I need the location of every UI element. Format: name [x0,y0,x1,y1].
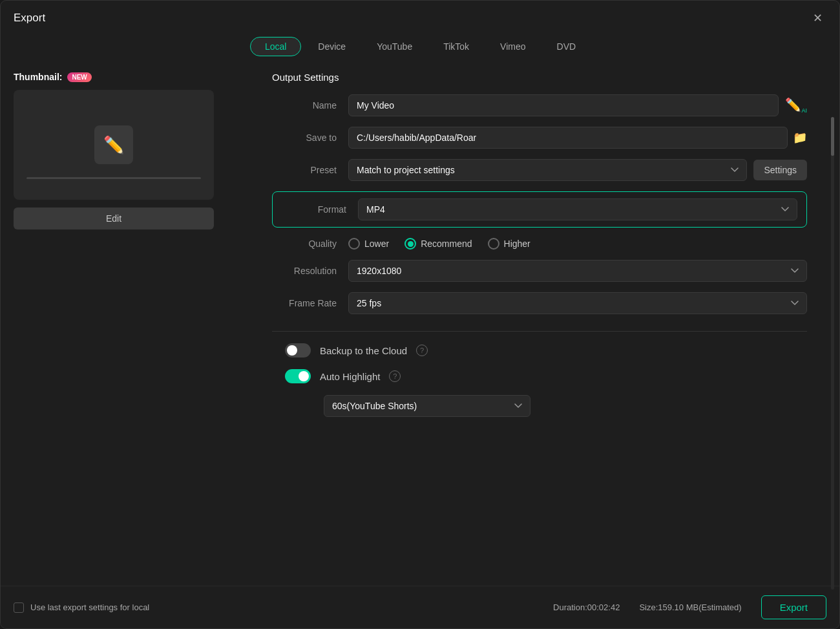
quality-lower-label: Lower [364,239,389,249]
last-export-label: Use last export settings for local [30,602,149,612]
quality-row: Quality Lower Recommend Higher [272,238,807,250]
save-to-input[interactable] [348,127,788,149]
name-label: Name [272,100,337,111]
close-button[interactable]: ✕ [809,11,826,25]
save-to-row: Save to 📁 [272,127,807,149]
scrollbar-thumb[interactable] [831,117,834,156]
size-text: Size:159.10 MB(Estimated) [639,602,741,612]
tab-device[interactable]: Device [304,37,360,56]
tab-vimeo[interactable]: Vimeo [486,37,540,56]
left-panel: Thumbnail: NEW ✏️ Edit [14,65,253,586]
new-badge: NEW [67,72,91,82]
name-input[interactable] [348,94,779,116]
backup-cloud-help-icon[interactable]: ? [416,345,428,356]
quality-higher-label: Higher [504,239,530,249]
quality-higher-radio[interactable] [488,238,499,250]
quality-recommend[interactable]: Recommend [404,238,472,250]
auto-highlight-toggle[interactable] [285,369,311,383]
format-label: Format [282,204,346,215]
bottom-right: Duration:00:02:42 Size:159.10 MB(Estimat… [553,595,826,619]
quality-lower[interactable]: Lower [348,238,389,250]
save-to-input-row: 📁 [348,127,807,149]
tab-local[interactable]: Local [250,37,301,56]
resolution-label: Resolution [272,266,337,276]
bottom-left: Use last export settings for local [14,602,149,613]
backup-cloud-row: Backup to the Cloud ? [272,343,807,357]
tab-tiktok[interactable]: TikTok [429,37,483,56]
quality-higher[interactable]: Higher [488,238,530,250]
name-input-row: ✏️AI [348,94,807,116]
format-box: Format MP4 MOV AVI MKV [272,191,807,228]
duration-select[interactable]: 60s(YouTube Shorts) 30s 90s [324,395,530,417]
duration-text: Duration:00:02:42 [553,602,620,612]
thumbnail-preview: ✏️ [14,90,214,200]
format-select[interactable]: MP4 MOV AVI MKV [358,198,797,220]
frame-rate-row: Frame Rate 25 fps 24 fps 30 fps 60 fps [272,292,807,314]
quality-recommend-dot [408,241,414,247]
resolution-row: Resolution 1920x1080 1280x720 3840x2160 [272,260,807,282]
save-to-label: Save to [272,133,337,143]
name-row: Name ✏️AI [272,94,807,116]
thumbnail-edit-icon: ✏️ [94,125,133,164]
quality-radio-group: Lower Recommend Higher [348,238,530,250]
right-panel: Output Settings Name ✏️AI Save to 📁 Pr [272,65,826,586]
edit-button[interactable]: Edit [14,208,214,229]
preset-row: Preset Match to project settings Setting… [272,159,807,181]
export-dialog: Export ✕ Local Device YouTube TikTok Vim… [0,0,840,629]
bottom-bar: Use last export settings for local Durat… [1,586,839,628]
export-button[interactable]: Export [761,595,826,619]
quality-label: Quality [272,239,337,249]
ai-icon[interactable]: ✏️AI [785,97,807,114]
tabs-row: Local Device YouTube TikTok Vimeo DVD [1,32,839,65]
backup-cloud-knob [287,345,297,356]
frame-rate-select[interactable]: 25 fps 24 fps 30 fps 60 fps [348,292,807,314]
quality-recommend-label: Recommend [421,239,472,249]
resolution-select[interactable]: 1920x1080 1280x720 3840x2160 [348,260,807,282]
auto-highlight-label: Auto Highlight [320,371,380,382]
tab-youtube[interactable]: YouTube [362,37,426,56]
auto-highlight-help-icon[interactable]: ? [389,370,401,382]
auto-highlight-row: Auto Highlight ? [272,369,807,383]
backup-cloud-label: Backup to the Cloud [320,345,407,356]
quality-recommend-radio[interactable] [404,238,416,250]
quality-lower-radio[interactable] [348,238,360,250]
duration-dropdown-row: 60s(YouTube Shorts) 30s 90s [272,395,807,417]
preset-input-row: Match to project settings Settings [348,159,807,181]
preset-select[interactable]: Match to project settings [348,159,747,181]
last-export-checkbox[interactable] [14,602,24,613]
thumbnail-line [26,177,201,179]
content-area: Thumbnail: NEW ✏️ Edit Output Settings N… [1,65,839,586]
section-title: Output Settings [272,72,807,83]
settings-divider [272,331,807,332]
frame-rate-label: Frame Rate [272,298,337,308]
thumbnail-label: Thumbnail: NEW [14,72,92,82]
backup-cloud-toggle[interactable] [285,343,311,357]
tab-dvd[interactable]: DVD [543,37,591,56]
auto-highlight-knob [299,371,309,381]
preset-label: Preset [272,165,337,175]
dialog-title: Export [14,12,45,25]
folder-icon[interactable]: 📁 [793,131,807,145]
titlebar: Export ✕ [1,1,839,32]
scrollbar-track[interactable] [831,117,834,586]
settings-button[interactable]: Settings [753,160,807,180]
